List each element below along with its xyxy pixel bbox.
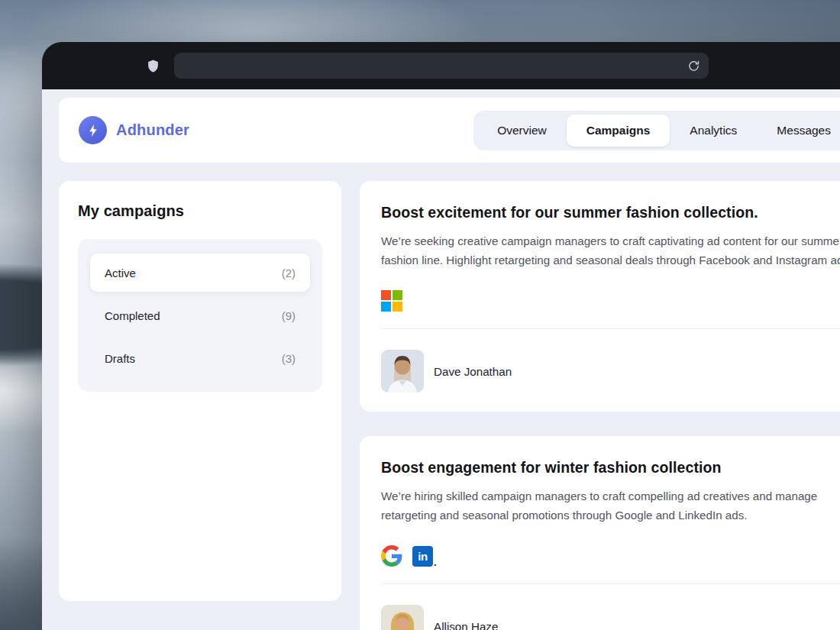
campaign-description: We’re hiring skilled campaign managers t… xyxy=(381,486,840,525)
description-line: We’re seeking creative campaign managers… xyxy=(381,231,840,250)
divider xyxy=(381,583,840,584)
owner-name: Dave Jonathan xyxy=(434,365,512,378)
description-line: We’re hiring skilled campaign managers t… xyxy=(381,486,840,506)
filter-item-completed[interactable]: Completed (9) xyxy=(90,296,310,334)
platform-icons: in. xyxy=(381,545,840,567)
google-logo-icon xyxy=(381,545,402,567)
brand-name: Adhunder xyxy=(116,121,189,139)
campaign-card[interactable]: Boost engagement for winter fashion coll… xyxy=(360,436,840,630)
filter-label: Active xyxy=(105,267,136,279)
platform-icons xyxy=(381,290,840,312)
address-bar[interactable] xyxy=(174,53,709,79)
divider xyxy=(381,328,840,329)
campaign-title: Boost excitement for our summer fashion … xyxy=(381,204,840,221)
tab-campaigns[interactable]: Campaigns xyxy=(567,115,670,147)
avatar xyxy=(381,350,424,393)
avatar xyxy=(381,605,424,630)
lightning-bolt-icon xyxy=(86,123,101,138)
tab-overview[interactable]: Overview xyxy=(477,115,567,147)
sidebar-card: My campaigns Active (2) Completed (9) Dr… xyxy=(59,181,341,601)
filter-count: (2) xyxy=(282,267,296,279)
owner-row: Dave Jonathan xyxy=(381,350,840,393)
main-nav: Overview Campaigns Analytics Messages xyxy=(473,111,840,150)
refresh-icon[interactable] xyxy=(687,60,700,73)
filter-count: (9) xyxy=(282,309,296,322)
filter-label: Completed xyxy=(105,309,160,322)
app-page: Adhunder Overview Campaigns Analytics Me… xyxy=(42,89,840,630)
campaign-description: We’re seeking creative campaign managers… xyxy=(381,231,840,270)
owner-name: Allison Haze xyxy=(434,620,498,630)
description-line: fashion line. Highlight retargeting and … xyxy=(381,250,840,270)
tab-analytics[interactable]: Analytics xyxy=(670,115,757,147)
filter-label: Drafts xyxy=(105,352,135,365)
tab-messages[interactable]: Messages xyxy=(757,115,840,147)
campaign-list: Boost excitement for our summer fashion … xyxy=(360,181,840,630)
owner-row: Allison Haze xyxy=(381,605,840,630)
campaign-filter-list: Active (2) Completed (9) Drafts (3) xyxy=(78,239,322,392)
shield-icon[interactable] xyxy=(146,59,160,73)
sidebar-title: My campaigns xyxy=(78,202,322,220)
brand-logo[interactable] xyxy=(79,116,107,144)
browser-window: Adhunder Overview Campaigns Analytics Me… xyxy=(42,42,840,630)
content-area: My campaigns Active (2) Completed (9) Dr… xyxy=(59,181,840,630)
campaign-title: Boost engagement for winter fashion coll… xyxy=(381,459,840,477)
app-header: Adhunder Overview Campaigns Analytics Me… xyxy=(59,98,840,163)
microsoft-logo-icon xyxy=(381,290,402,312)
campaign-card[interactable]: Boost excitement for our summer fashion … xyxy=(360,181,840,412)
filter-item-drafts[interactable]: Drafts (3) xyxy=(90,339,310,377)
linkedin-logo-icon: in. xyxy=(412,546,437,567)
filter-count: (3) xyxy=(282,352,296,365)
browser-toolbar xyxy=(42,42,840,89)
description-line: retargeting and seasonal promotions thro… xyxy=(381,506,840,525)
filter-item-active[interactable]: Active (2) xyxy=(90,254,310,292)
